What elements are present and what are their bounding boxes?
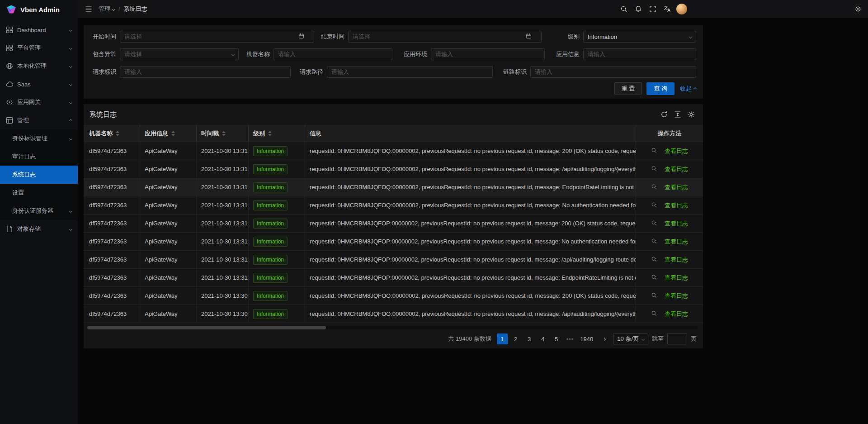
page-button-4[interactable]: 4: [538, 333, 548, 344]
view-log-link[interactable]: 查看日志: [651, 256, 688, 264]
column-label: 时间戳: [201, 129, 219, 138]
collapse-link[interactable]: 收起: [680, 85, 696, 93]
header: 管理 / 系统日志: [78, 0, 868, 18]
sidebar-item-Saas[interactable]: Saas: [0, 75, 78, 93]
sidebar-item-系统日志[interactable]: 系统日志: [0, 166, 78, 184]
avatar[interactable]: [676, 4, 687, 14]
date-picker[interactable]: 请选择: [120, 31, 314, 43]
view-log-link[interactable]: 查看日志: [651, 201, 688, 210]
page-button-2[interactable]: 2: [510, 333, 521, 344]
column-header-2[interactable]: 应用信息: [140, 125, 197, 142]
column-header-1[interactable]: 机器名称: [84, 125, 140, 142]
column-header-3[interactable]: 时间戳: [197, 125, 249, 142]
sidebar-item-管理[interactable]: 管理: [0, 111, 78, 129]
date-picker[interactable]: 请选择: [348, 31, 542, 43]
reset-button[interactable]: 重 置: [614, 82, 642, 95]
sort-icons: [222, 131, 226, 136]
gateway-icon: [6, 99, 13, 106]
action-cell: 查看日志: [636, 214, 703, 232]
settings-gear-icon[interactable]: [687, 110, 696, 119]
app-info-cell: ApiGateWay: [140, 233, 197, 250]
logo[interactable]: Vben Admin: [0, 0, 78, 19]
app-info-cell: ApiGateWay: [140, 287, 197, 305]
level-cell: Information: [249, 233, 305, 250]
message-text: requestId: 0HMCRBM8JQFOO:00000002, previ…: [310, 292, 636, 299]
action-cell: 查看日志: [636, 160, 703, 178]
scrollbar-thumb[interactable]: [87, 326, 326, 329]
text-input[interactable]: 请输入: [583, 48, 696, 60]
next-page-button[interactable]: [599, 333, 609, 344]
collapse-label: 收起: [680, 85, 692, 93]
jump-page-input[interactable]: [667, 333, 687, 344]
machine-name-cell: df5974d72363: [84, 196, 140, 214]
page-size-select[interactable]: 10 条/页: [613, 333, 648, 344]
menu-label: 系统日志: [12, 171, 72, 179]
view-log-link[interactable]: 查看日志: [651, 292, 688, 300]
pagination-ellipsis[interactable]: •••: [565, 333, 576, 344]
sidebar-item-应用网关[interactable]: 应用网关: [0, 93, 78, 111]
page-size-value: 10 条/页: [617, 335, 639, 343]
filter-field-开始时间: 开始时间请选择: [87, 31, 314, 43]
refresh-icon[interactable]: [660, 110, 669, 119]
page-button-1940[interactable]: 1940: [578, 333, 595, 344]
field-label: 应用信息: [551, 50, 583, 58]
view-log-link[interactable]: 查看日志: [651, 147, 688, 155]
message-cell: requestId: 0HMCRBM8JQFOQ:00000002, previ…: [305, 142, 636, 160]
app-info-cell: ApiGateWay: [140, 214, 197, 232]
level-badge: Information: [253, 164, 288, 174]
action-cell: 查看日志: [636, 269, 703, 286]
filter-field-结束时间: 结束时间请选择: [316, 31, 542, 43]
notification-bell-icon[interactable]: [633, 4, 644, 14]
select[interactable]: 请选择: [120, 48, 239, 60]
menu-label: Saas: [17, 81, 70, 88]
field-placeholder: 请输入: [588, 50, 605, 58]
menu-fold-icon[interactable]: [83, 4, 94, 14]
view-search-icon: [651, 148, 658, 155]
page-button-3[interactable]: 3: [524, 333, 535, 344]
page-button-1[interactable]: 1: [497, 333, 508, 344]
page-button-5[interactable]: 5: [551, 333, 562, 344]
message-cell: requestId: 0HMCRBM8JQFOP:00000002, previ…: [305, 233, 636, 250]
sidebar-item-身份认证服务器[interactable]: 身份认证服务器: [0, 202, 78, 220]
search-button[interactable]: 查 询: [646, 82, 675, 95]
sidebar-item-Dashboard[interactable]: Dashboard: [0, 21, 78, 39]
horizontal-scrollbar[interactable]: [87, 326, 698, 329]
sidebar-item-对象存储[interactable]: 对象存储: [0, 220, 78, 238]
chevron-down-icon: [112, 7, 115, 10]
field-placeholder: 请选择: [124, 33, 142, 41]
sidebar-item-本地化管理[interactable]: 本地化管理: [0, 57, 78, 75]
column-header-4[interactable]: 级别: [249, 125, 305, 142]
text-input[interactable]: 请输入: [530, 66, 696, 78]
text-input[interactable]: 请输入: [274, 48, 392, 60]
view-log-link[interactable]: 查看日志: [651, 183, 688, 191]
column-height-icon[interactable]: [673, 110, 682, 119]
sidebar-item-审计日志[interactable]: 审计日志: [0, 148, 78, 166]
view-log-link[interactable]: 查看日志: [651, 165, 688, 173]
sidebar-item-设置[interactable]: 设置: [0, 184, 78, 202]
view-log-link[interactable]: 查看日志: [651, 274, 688, 282]
column-label: 操作方法: [658, 129, 681, 138]
sidebar-item-身份标识管理[interactable]: 身份标识管理: [0, 129, 78, 148]
view-log-link[interactable]: 查看日志: [651, 310, 688, 318]
saas-icon: [6, 81, 13, 88]
settings-gear-icon[interactable]: [853, 4, 863, 14]
sort-desc-icon: [116, 134, 119, 136]
text-input[interactable]: 请输入: [120, 66, 291, 78]
fullscreen-icon[interactable]: [647, 4, 658, 14]
sidebar-item-平台管理[interactable]: 平台管理: [0, 39, 78, 57]
level-badge: Information: [253, 237, 288, 247]
select[interactable]: Information: [583, 31, 696, 43]
view-log-link[interactable]: 查看日志: [651, 219, 688, 228]
breadcrumb-item-management[interactable]: 管理: [99, 5, 115, 13]
view-search-icon: [651, 238, 658, 245]
view-log-label: 查看日志: [665, 238, 688, 246]
search-icon[interactable]: [618, 4, 629, 14]
text-input[interactable]: 请输入: [327, 66, 493, 78]
machine-name-cell: df5974d72363: [84, 287, 140, 305]
filter-field-请求路径: 请求路径请输入: [294, 66, 493, 78]
text-input[interactable]: 请输入: [431, 48, 545, 60]
chevron-down-icon: [69, 64, 72, 67]
chevron-down-icon: [642, 337, 645, 340]
translate-icon[interactable]: [662, 4, 673, 14]
view-log-link[interactable]: 查看日志: [651, 238, 688, 246]
